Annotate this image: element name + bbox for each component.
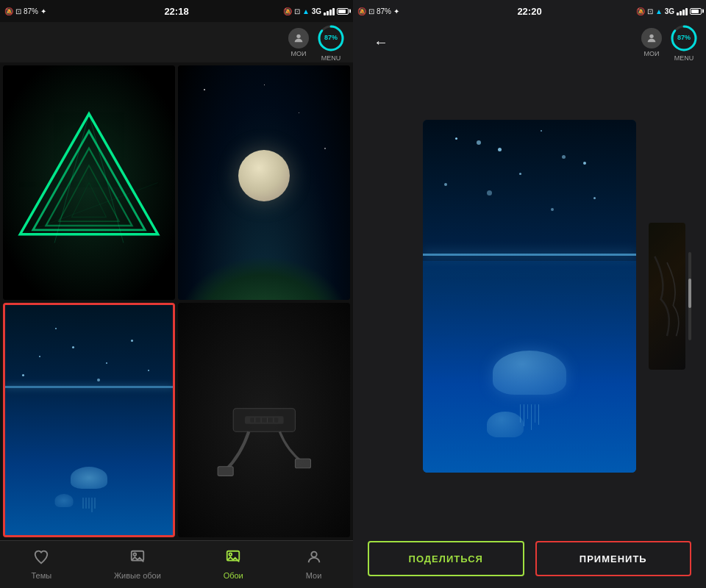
thumb-jellyfish[interactable]: [3, 303, 175, 537]
right-panel: 🔕 ⊡ 87% ✦ 22:20 🔕 ⊡ ▲ 3G: [353, 0, 706, 588]
image-live-icon: [129, 549, 146, 569]
volume-right-icon: 🔕: [283, 7, 292, 15]
user-icon-left: [288, 28, 309, 49]
svg-point-0: [296, 34, 300, 37]
scroll-indicator[interactable]: [688, 252, 691, 340]
screenshot-icon-r: ⊡: [368, 7, 374, 15]
menu-label-left: MENU: [321, 54, 341, 62]
battery-percent-left: 87%: [24, 7, 38, 15]
image-icon: [225, 549, 241, 569]
bottom-nav-left: Темы Живые обои Обои: [0, 540, 353, 588]
user-label-left: МОИ: [291, 50, 307, 57]
next-preview-image[interactable]: [649, 223, 685, 370]
circular-progress-left: 87%: [316, 24, 346, 53]
moon-circle: [238, 150, 290, 201]
battery-percent-right: 87%: [377, 7, 391, 15]
progress-text-left: 87%: [324, 35, 338, 42]
screenshot-right-icon-r: ⊡: [647, 7, 653, 15]
screenshot-right-icon: ⊡: [294, 7, 300, 15]
user-label-right: МОИ: [644, 50, 660, 57]
signal-bars-right: [677, 7, 688, 15]
thumb-usb[interactable]: [178, 303, 350, 537]
svg-rect-15: [250, 417, 278, 422]
status-bar-left: 🔕 ⊡ 87% ✦ 22:18 🔕 ⊡ ▲ 3G: [0, 0, 353, 22]
signal-bars-left: [324, 7, 335, 15]
preview-wallpaper: [423, 120, 636, 473]
heart-icon: [33, 549, 49, 569]
network-left: ▲ 3G: [302, 7, 321, 15]
progress-text-right: 87%: [677, 35, 691, 42]
svg-point-21: [133, 553, 136, 556]
water-surface-small: [5, 386, 173, 388]
jellyfish-large: [493, 351, 566, 395]
back-button[interactable]: ←: [368, 29, 394, 56]
jellyfish-body-small: [71, 467, 107, 489]
my-label: Мои: [306, 571, 322, 580]
status-left-icons: 🔕 ⊡ 87% ✦: [4, 7, 46, 15]
status-right-icons-left: 🔕 ⊡ ▲ 3G: [283, 7, 349, 15]
wallpaper-grid: [0, 62, 353, 540]
left-panel: 🔕 ⊡ 87% ✦ 22:18 🔕 ⊡ ▲ 3G: [0, 0, 353, 588]
screenshot-icon: ⊡: [15, 7, 21, 15]
filter-icon-r: ✦: [393, 7, 399, 15]
share-button[interactable]: ПОДЕЛИТЬСЯ: [368, 541, 524, 576]
filter-icon: ✦: [40, 7, 46, 15]
battery-icon-right: [690, 8, 702, 15]
svg-line-8: [54, 114, 89, 243]
menu-label-right: MENU: [674, 54, 694, 62]
svg-point-24: [311, 552, 316, 557]
menu-button-right[interactable]: 87% MENU: [669, 24, 699, 62]
my-button-left[interactable]: МОИ: [288, 28, 309, 57]
wallpapers-label: Обои: [224, 571, 243, 580]
status-left-icons-right: 🔕 ⊡ 87% ✦: [357, 7, 399, 15]
battery-icon-left: [337, 8, 349, 15]
action-buttons: ПОДЕЛИТЬСЯ ПРИМЕНИТЬ: [353, 529, 706, 588]
jellyfish-small: [487, 412, 524, 437]
menu-button-left[interactable]: 87% MENU: [316, 24, 346, 62]
nav-my[interactable]: Мои: [300, 546, 328, 583]
my-button-right[interactable]: МОИ: [641, 28, 662, 57]
thumb-moon[interactable]: [178, 65, 350, 300]
network-right: ▲ 3G: [655, 7, 674, 15]
jellyfish-body-small2: [54, 494, 73, 507]
person-icon: [306, 549, 322, 569]
tentacles-large: [520, 404, 539, 430]
nav-themes[interactable]: Темы: [25, 546, 57, 583]
svg-point-25: [649, 34, 653, 37]
svg-rect-14: [218, 467, 233, 476]
top-nav-right: ← МОИ 87% MENU: [353, 22, 706, 62]
volume-icon: 🔕: [4, 7, 13, 15]
earth-arc: [178, 256, 350, 300]
preview-area: [353, 62, 706, 529]
scroll-thumb: [688, 279, 691, 308]
volume-icon-r: 🔕: [357, 7, 366, 15]
circular-progress-right: 87%: [669, 24, 699, 53]
preview-water-surface: [423, 254, 636, 256]
live-label: Живые обои: [114, 571, 161, 580]
volume-right-icon-r: 🔕: [636, 7, 645, 15]
nav-live-wallpaper[interactable]: Живые обои: [108, 546, 167, 583]
themes-label: Темы: [31, 571, 51, 580]
apply-button[interactable]: ПРИМЕНИТЬ: [535, 541, 692, 576]
svg-line-9: [89, 114, 124, 243]
jellyfish-tentacles-small: [83, 498, 96, 512]
time-left: 22:18: [164, 6, 188, 17]
user-icon-right: [641, 28, 662, 49]
top-nav-left: МОИ 87% MENU: [0, 22, 353, 62]
svg-marker-5: [46, 148, 132, 226]
time-right: 22:20: [517, 6, 541, 17]
status-bar-right: 🔕 ⊡ 87% ✦ 22:20 🔕 ⊡ ▲ 3G: [353, 0, 706, 22]
thumb-triangle[interactable]: [3, 65, 175, 300]
svg-line-10: [20, 183, 157, 234]
svg-point-23: [229, 553, 232, 556]
svg-rect-13: [295, 459, 310, 468]
status-right-icons-right: 🔕 ⊡ ▲ 3G: [636, 7, 702, 15]
nav-wallpapers[interactable]: Обои: [218, 546, 249, 583]
